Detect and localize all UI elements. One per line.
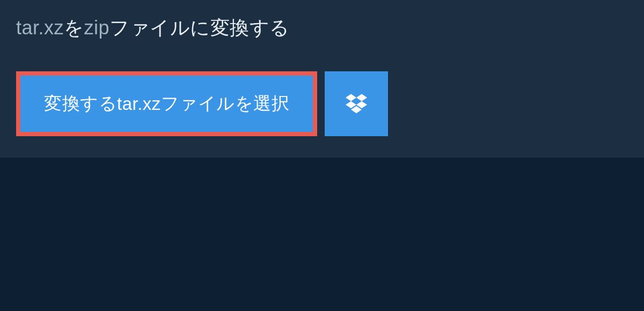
- select-button-suffix: ファイルを選択: [161, 92, 290, 116]
- select-file-button[interactable]: 変換するtar.xzファイルを選択: [16, 71, 317, 136]
- page-title: tar.xzをzipファイルに変換する: [16, 15, 290, 41]
- dropbox-button[interactable]: [325, 71, 388, 136]
- title-target-format: zip: [84, 17, 110, 39]
- title-connector1: を: [64, 17, 84, 39]
- title-source-format: tar.xz: [16, 17, 64, 39]
- title-container: tar.xzをzipファイルに変換する: [0, 0, 306, 53]
- select-button-prefix: 変換する: [44, 92, 117, 116]
- dropbox-icon: [346, 92, 367, 116]
- converter-panel: tar.xzをzipファイルに変換する 変換するtar.xzファイルを選択: [0, 0, 644, 158]
- button-row: 変換するtar.xzファイルを選択: [0, 53, 644, 136]
- title-suffix: ファイルに変換する: [109, 17, 290, 39]
- select-button-format: tar.xz: [117, 94, 161, 114]
